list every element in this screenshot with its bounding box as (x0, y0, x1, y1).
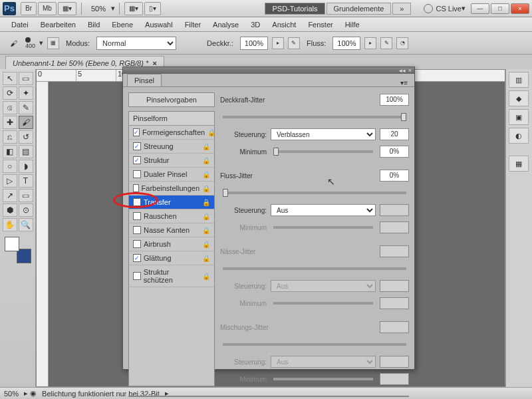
checkbox[interactable]: ✓ (133, 142, 141, 150)
panel-icon[interactable]: ▦ (509, 156, 529, 172)
lock-icon[interactable]: 🔒 (202, 171, 210, 178)
opacity-field[interactable]: 100% (240, 37, 268, 50)
lock-icon[interactable]: 🔒 (202, 273, 210, 280)
eyedropper-tool[interactable]: ✎ (19, 101, 33, 114)
flow-control-select[interactable]: Aus (271, 204, 376, 216)
shape-tool[interactable]: ▭ (19, 189, 33, 202)
foreground-color[interactable] (5, 237, 19, 251)
stamp-tool[interactable]: ⎌ (3, 130, 17, 144)
checkbox[interactable] (133, 240, 141, 248)
opacity-arrow[interactable]: ▸ (272, 37, 284, 49)
menu-analyse[interactable]: Analyse (207, 21, 245, 29)
status-zoom[interactable]: 50% (4, 390, 19, 398)
brush-setting-transfer[interactable]: ✓Transfer🔒 (129, 196, 214, 209)
panel-menu-icon[interactable]: ▾≡ (398, 79, 410, 86)
panel-icon[interactable]: ◆ (509, 90, 529, 106)
zoom-tool[interactable]: 🔍 (19, 218, 33, 231)
gradient-tool[interactable]: ▤ (19, 145, 33, 158)
zoom-level[interactable]: 50% (86, 5, 111, 13)
menu-ansicht[interactable]: Ansicht (266, 21, 302, 29)
menu-fenster[interactable]: Fenster (302, 21, 338, 29)
brush-setting-struktur[interactable]: ✓Struktur🔒 (129, 154, 214, 168)
flow-jitter-slider[interactable] (223, 192, 406, 194)
lock-icon[interactable]: 🔒 (202, 227, 210, 234)
history-brush-tool[interactable]: ↺ (19, 130, 33, 144)
type-tool[interactable]: T (19, 174, 33, 188)
brush-tool[interactable]: 🖌 (19, 116, 33, 129)
bridge-button[interactable]: Br (21, 2, 37, 15)
minimum-value[interactable]: 0% (380, 146, 409, 158)
tablet-pressure-opacity[interactable]: ✎ (288, 37, 300, 49)
dodge-tool[interactable]: ◗ (19, 160, 33, 173)
menu-ebene[interactable]: Ebene (106, 21, 139, 29)
screenmode-button[interactable]: ▦▾ (58, 2, 76, 15)
menu-bearbeiten[interactable]: Bearbeiten (35, 21, 82, 29)
panel-icon[interactable]: ▥ (509, 72, 529, 88)
menu-3d[interactable]: 3D (245, 21, 266, 29)
menu-auswahl[interactable]: Auswahl (139, 21, 179, 29)
marquee-tool[interactable]: ▭ (19, 72, 33, 85)
checkbox[interactable]: ✓ (133, 254, 141, 262)
crop-tool[interactable]: ⟃ (3, 101, 17, 114)
brush-tab[interactable]: Pinsel (127, 74, 162, 86)
maximize-button[interactable]: □ (491, 3, 509, 14)
move-tool[interactable]: ↖ (3, 72, 17, 85)
menu-filter[interactable]: Filter (179, 21, 207, 29)
cslive-button[interactable]: CS Live ▾ (418, 4, 471, 13)
hand-tool[interactable]: ✋ (3, 218, 17, 231)
close-tab-icon[interactable]: × (152, 59, 156, 67)
brush-setting-rauschen[interactable]: Rauschen🔒 (129, 209, 214, 223)
pen-tool[interactable]: ▷ (3, 174, 17, 188)
blur-tool[interactable]: ○ (3, 160, 17, 173)
checkbox[interactable] (133, 272, 141, 280)
checkbox[interactable]: ✓ (133, 198, 141, 206)
3d-tool[interactable]: ⬢ (3, 203, 17, 217)
checkbox[interactable] (133, 212, 141, 220)
panel-close-icon[interactable]: × (408, 67, 412, 74)
panel-icon[interactable]: ◐ (509, 128, 529, 144)
brush-setting-struktur-schützen[interactable]: Struktur schützen🔒 (129, 265, 214, 287)
brush-setting-nasse-kanten[interactable]: Nasse Kanten🔒 (129, 223, 214, 237)
brush-preset[interactable]: 400 (25, 37, 35, 49)
arrange-button[interactable]: ▯▾ (144, 2, 161, 15)
checkbox[interactable]: ✓ (133, 128, 140, 136)
brush-setting-glättung[interactable]: ✓Glättung🔒 (129, 251, 214, 265)
viewextras-button[interactable]: ▦▾ (124, 2, 143, 15)
eraser-tool[interactable]: ◧ (3, 145, 17, 158)
brush-setting-formeigenschaften[interactable]: ✓Formeigenschaften🔒 (129, 126, 214, 140)
opacity-jitter-slider[interactable] (223, 116, 406, 118)
brush-setting-dualer-pinsel[interactable]: Dualer Pinsel🔒 (129, 168, 214, 182)
workspace-item[interactable]: PSD-Tutorials (265, 3, 325, 15)
lock-icon[interactable]: 🔒 (202, 255, 210, 262)
flow-jitter-value[interactable]: 0% (380, 170, 409, 182)
brush-presets-button[interactable]: Pinselvorgaben (128, 92, 215, 107)
lock-icon[interactable]: 🔒 (202, 241, 210, 248)
close-button[interactable]: × (511, 3, 529, 14)
brush-setting-streuung[interactable]: ✓Streuung🔒 (129, 140, 214, 154)
checkbox[interactable] (133, 226, 141, 234)
lock-icon[interactable]: 🔒 (202, 213, 210, 220)
checkbox[interactable] (133, 184, 139, 192)
wand-tool[interactable]: ✦ (19, 86, 33, 100)
blend-mode-select[interactable]: Normal (96, 37, 176, 50)
flow-arrow[interactable]: ▸ (364, 37, 376, 49)
lock-icon[interactable]: 🔒 (207, 129, 215, 136)
checkbox[interactable]: ✓ (133, 156, 141, 164)
airbrush-toggle[interactable]: ✎ (380, 37, 392, 49)
lock-icon[interactable]: 🔒 (202, 157, 210, 164)
opacity-jitter-value[interactable]: 100% (380, 94, 409, 106)
path-tool[interactable]: ↗ (3, 189, 17, 202)
menu-bild[interactable]: Bild (82, 21, 106, 29)
lasso-tool[interactable]: ⟳ (3, 86, 17, 100)
lock-icon[interactable]: 🔒 (202, 185, 210, 192)
menu-hilfe[interactable]: Hilfe (339, 21, 366, 29)
color-swatches[interactable] (5, 237, 31, 263)
menu-datei[interactable]: Datei (5, 21, 35, 29)
lock-icon[interactable]: 🔒 (202, 143, 210, 150)
lock-icon[interactable]: 🔒 (202, 199, 210, 206)
minimize-button[interactable]: — (471, 3, 489, 14)
healing-tool[interactable]: ✚ (3, 116, 17, 129)
panel-icon[interactable]: ▣ (509, 109, 529, 125)
brush-panel-toggle[interactable]: ▦ (47, 37, 59, 49)
minimum-slider[interactable] (273, 150, 373, 153)
